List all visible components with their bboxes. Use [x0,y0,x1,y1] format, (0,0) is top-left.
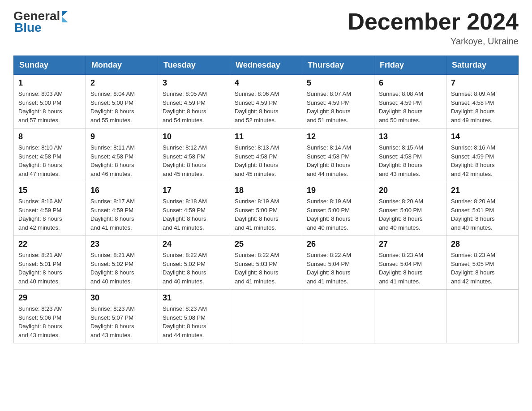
day-number: 15 [18,186,81,195]
day-info: Sunrise: 8:23 AM Sunset: 5:08 PM Dayligh… [163,304,225,339]
day-number: 4 [235,78,297,88]
day-number: 21 [451,186,514,195]
day-info: Sunrise: 8:10 AM Sunset: 4:58 PM Dayligh… [18,143,81,178]
calendar-cell: 22 Sunrise: 8:21 AM Sunset: 5:01 PM Dayl… [14,236,86,290]
calendar-week-5: 29 Sunrise: 8:23 AM Sunset: 5:06 PM Dayl… [14,290,519,343]
calendar-cell [302,290,374,343]
calendar-cell: 13 Sunrise: 8:15 AM Sunset: 4:58 PM Dayl… [374,128,446,182]
day-number: 12 [307,132,369,141]
day-number: 7 [451,78,514,88]
day-number: 23 [90,240,153,249]
calendar-cell [374,290,446,343]
calendar-cell: 19 Sunrise: 8:19 AM Sunset: 5:00 PM Dayl… [302,182,374,236]
day-info: Sunrise: 8:15 AM Sunset: 4:58 PM Dayligh… [379,143,442,178]
calendar-cell: 14 Sunrise: 8:16 AM Sunset: 4:59 PM Dayl… [446,128,519,182]
calendar-cell: 5 Sunrise: 8:07 AM Sunset: 4:59 PM Dayli… [302,75,374,128]
col-thursday: Thursday [302,56,374,75]
day-info: Sunrise: 8:06 AM Sunset: 4:59 PM Dayligh… [235,90,297,124]
day-number: 30 [90,293,153,303]
day-info: Sunrise: 8:12 AM Sunset: 4:58 PM Dayligh… [163,143,225,178]
day-info: Sunrise: 8:19 AM Sunset: 5:00 PM Dayligh… [235,197,297,232]
day-number: 27 [379,240,442,249]
calendar-cell: 12 Sunrise: 8:14 AM Sunset: 4:58 PM Dayl… [302,128,374,182]
calendar-cell: 7 Sunrise: 8:09 AM Sunset: 4:58 PM Dayli… [446,75,519,128]
day-info: Sunrise: 8:20 AM Sunset: 5:01 PM Dayligh… [451,197,514,232]
day-info: Sunrise: 8:08 AM Sunset: 4:59 PM Dayligh… [379,90,442,124]
calendar-cell: 29 Sunrise: 8:23 AM Sunset: 5:06 PM Dayl… [14,290,86,343]
calendar-cell: 3 Sunrise: 8:05 AM Sunset: 4:59 PM Dayli… [158,75,230,128]
day-number: 16 [90,186,153,195]
calendar-cell: 15 Sunrise: 8:16 AM Sunset: 4:59 PM Dayl… [14,182,86,236]
col-sunday: Sunday [14,56,86,75]
location: Yarkoye, Ukraine [348,36,519,47]
day-info: Sunrise: 8:14 AM Sunset: 4:58 PM Dayligh… [307,143,369,178]
day-number: 24 [163,240,225,249]
calendar-cell: 23 Sunrise: 8:21 AM Sunset: 5:02 PM Dayl… [86,236,158,290]
day-info: Sunrise: 8:09 AM Sunset: 4:58 PM Dayligh… [451,90,514,124]
day-info: Sunrise: 8:23 AM Sunset: 5:05 PM Dayligh… [451,251,514,286]
day-info: Sunrise: 8:11 AM Sunset: 4:58 PM Dayligh… [90,143,153,178]
day-info: Sunrise: 8:13 AM Sunset: 4:58 PM Dayligh… [235,143,297,178]
day-info: Sunrise: 8:16 AM Sunset: 4:59 PM Dayligh… [18,197,81,232]
day-number: 6 [379,78,442,88]
calendar-cell: 9 Sunrise: 8:11 AM Sunset: 4:58 PM Dayli… [86,128,158,182]
col-wednesday: Wednesday [230,56,302,75]
col-tuesday: Tuesday [158,56,230,75]
calendar-cell [446,290,519,343]
day-info: Sunrise: 8:23 AM Sunset: 5:07 PM Dayligh… [90,304,153,339]
day-number: 9 [90,132,153,141]
calendar-week-2: 8 Sunrise: 8:10 AM Sunset: 4:58 PM Dayli… [14,128,519,182]
calendar-cell: 31 Sunrise: 8:23 AM Sunset: 5:08 PM Dayl… [158,290,230,343]
calendar-cell: 17 Sunrise: 8:18 AM Sunset: 4:59 PM Dayl… [158,182,230,236]
logo: General Blue [13,9,68,35]
day-info: Sunrise: 8:19 AM Sunset: 5:00 PM Dayligh… [307,197,369,232]
day-number: 1 [18,78,81,88]
day-number: 5 [307,78,369,88]
calendar-week-3: 15 Sunrise: 8:16 AM Sunset: 4:59 PM Dayl… [14,182,519,236]
day-number: 13 [379,132,442,141]
title-section: December 2024 Yarkoye, Ukraine [348,9,519,47]
calendar-header-row: Sunday Monday Tuesday Wednesday Thursday… [14,56,519,75]
day-info: Sunrise: 8:22 AM Sunset: 5:02 PM Dayligh… [163,251,225,286]
calendar-table: Sunday Monday Tuesday Wednesday Thursday… [13,56,519,343]
calendar-cell: 1 Sunrise: 8:03 AM Sunset: 5:00 PM Dayli… [14,75,86,128]
logo-icon-triangles [62,11,68,22]
day-number: 18 [235,186,297,195]
day-number: 17 [163,186,225,195]
day-number: 28 [451,240,514,249]
col-monday: Monday [86,56,158,75]
day-info: Sunrise: 8:22 AM Sunset: 5:04 PM Dayligh… [307,251,369,286]
calendar-cell: 25 Sunrise: 8:22 AM Sunset: 5:03 PM Dayl… [230,236,302,290]
day-info: Sunrise: 8:23 AM Sunset: 5:06 PM Dayligh… [18,304,81,339]
day-info: Sunrise: 8:17 AM Sunset: 4:59 PM Dayligh… [90,197,153,232]
calendar-cell: 11 Sunrise: 8:13 AM Sunset: 4:58 PM Dayl… [230,128,302,182]
day-number: 14 [451,132,514,141]
calendar-cell: 8 Sunrise: 8:10 AM Sunset: 4:58 PM Dayli… [14,128,86,182]
calendar-cell: 21 Sunrise: 8:20 AM Sunset: 5:01 PM Dayl… [446,182,519,236]
logo-blue-text: Blue [14,21,42,35]
calendar-cell: 2 Sunrise: 8:04 AM Sunset: 5:00 PM Dayli… [86,75,158,128]
day-info: Sunrise: 8:23 AM Sunset: 5:04 PM Dayligh… [379,251,442,286]
day-number: 2 [90,78,153,88]
day-info: Sunrise: 8:22 AM Sunset: 5:03 PM Dayligh… [235,251,297,286]
day-info: Sunrise: 8:16 AM Sunset: 4:59 PM Dayligh… [451,143,514,178]
calendar-cell: 30 Sunrise: 8:23 AM Sunset: 5:07 PM Dayl… [86,290,158,343]
day-number: 8 [18,132,81,141]
calendar-cell: 6 Sunrise: 8:08 AM Sunset: 4:59 PM Dayli… [374,75,446,128]
calendar-cell: 28 Sunrise: 8:23 AM Sunset: 5:05 PM Dayl… [446,236,519,290]
day-number: 29 [18,293,81,303]
day-number: 10 [163,132,225,141]
day-number: 20 [379,186,442,195]
calendar-cell: 4 Sunrise: 8:06 AM Sunset: 4:59 PM Dayli… [230,75,302,128]
col-saturday: Saturday [446,56,519,75]
day-info: Sunrise: 8:21 AM Sunset: 5:02 PM Dayligh… [90,251,153,286]
day-number: 3 [163,78,225,88]
day-info: Sunrise: 8:07 AM Sunset: 4:59 PM Dayligh… [307,90,369,124]
day-info: Sunrise: 8:05 AM Sunset: 4:59 PM Dayligh… [163,90,225,124]
calendar-cell [230,290,302,343]
day-number: 11 [235,132,297,141]
calendar-cell: 10 Sunrise: 8:12 AM Sunset: 4:58 PM Dayl… [158,128,230,182]
day-info: Sunrise: 8:04 AM Sunset: 5:00 PM Dayligh… [90,90,153,124]
calendar-week-4: 22 Sunrise: 8:21 AM Sunset: 5:01 PM Dayl… [14,236,519,290]
calendar-cell: 16 Sunrise: 8:17 AM Sunset: 4:59 PM Dayl… [86,182,158,236]
